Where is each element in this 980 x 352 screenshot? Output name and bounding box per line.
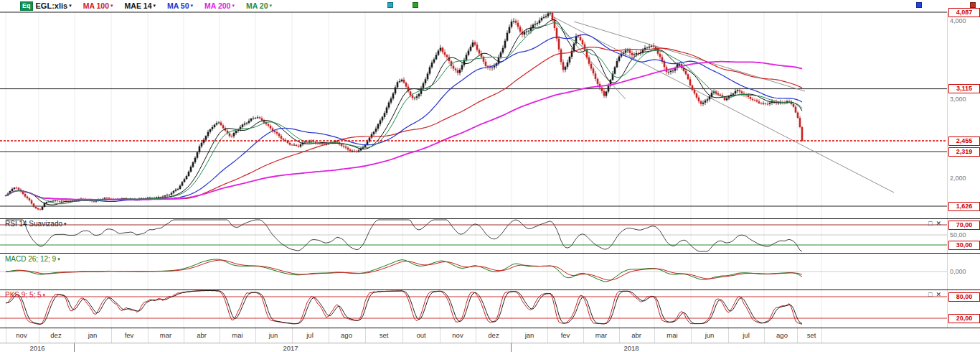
month-label: dez	[45, 331, 67, 339]
month-label: jul	[735, 331, 757, 339]
pks-indicator-menu[interactable]: PKS 9; 5; 5 ▾	[5, 291, 45, 299]
close-icon[interactable]: ✕	[936, 220, 941, 227]
chevron-down-icon: ▾	[110, 3, 113, 9]
symbol-label: EGL:xlis	[36, 1, 68, 10]
ma-label: MA 100	[83, 1, 109, 10]
toolbar-swatch-red[interactable]	[970, 2, 976, 8]
price-marker-label[interactable]: 2,455	[948, 136, 980, 146]
ma-label: MA 200	[204, 1, 230, 10]
toolbar-swatch-teal[interactable]	[387, 2, 393, 8]
macd-level-label: 0,000	[948, 267, 980, 277]
price-tick-label: 4,000	[948, 17, 980, 26]
year-label: 2018	[617, 344, 646, 352]
rsi-level-label: 70,00	[948, 221, 980, 230]
price-tick-label: 2,000	[948, 174, 980, 183]
month-tick	[255, 328, 256, 343]
maximize-icon[interactable]: □	[928, 291, 932, 298]
rsi-chart[interactable]	[0, 218, 980, 253]
maximize-icon[interactable]: □	[928, 220, 932, 227]
month-label: dez	[483, 331, 504, 339]
main-price-chart-panel[interactable]	[0, 11, 980, 218]
legend-ma-200[interactable]: MA 200▾	[204, 1, 235, 10]
pks-panel-controls: □ ✕	[928, 291, 941, 298]
ma-label: MA 50	[167, 1, 189, 10]
month-label: nov	[447, 331, 468, 339]
chart-toolbar: Eq EGL:xlis ▾ MA 100▾MAE 14▾MA 50▾MA 200…	[0, 0, 980, 11]
rsi-panel-controls: □ ✕	[928, 220, 941, 227]
month-label: set	[373, 331, 395, 339]
month-tick	[440, 328, 440, 343]
legend-ma-100[interactable]: MA 100▾	[83, 1, 113, 10]
month-label: out	[410, 331, 432, 339]
month-label: jan	[519, 331, 540, 339]
month-tick	[476, 328, 476, 343]
month-label: mar	[155, 331, 176, 339]
month-label: ago	[336, 331, 357, 339]
month-tick	[111, 328, 112, 343]
month-tick	[292, 328, 293, 343]
month-label: fev	[555, 331, 576, 339]
macd-chart[interactable]	[0, 253, 980, 290]
month-tick	[75, 328, 75, 343]
ma-label: MAE 14	[125, 1, 152, 10]
month-label: jun	[699, 331, 720, 339]
month-tick	[329, 328, 329, 343]
pks-level-label: 20,00	[948, 314, 980, 323]
panel-divider	[0, 290, 980, 290]
month-label: mai	[227, 331, 248, 339]
month-tick	[402, 328, 403, 343]
toolbar-swatch-blue[interactable]	[916, 2, 922, 8]
month-tick	[512, 328, 512, 343]
pks-chart[interactable]	[0, 290, 980, 328]
close-icon[interactable]: ✕	[936, 291, 941, 298]
equity-badge: Eq	[20, 1, 33, 11]
month-label: set	[801, 331, 822, 339]
axis-divider	[0, 328, 980, 328]
price-marker-label[interactable]: 2,319	[948, 147, 980, 157]
time-axis-months[interactable]: novdezjanfevmarabrmaijunjulagosetoutnovd…	[0, 328, 980, 343]
candlestick-chart[interactable]	[0, 11, 980, 218]
pks-title: PKS 9; 5; 5	[5, 291, 42, 299]
price-marker-label[interactable]: 3,115	[948, 84, 980, 93]
month-label: jan	[82, 331, 103, 339]
legend-mae-14[interactable]: MAE 14▾	[125, 1, 156, 10]
month-tick	[654, 328, 655, 343]
rsi-panel[interactable]	[0, 218, 980, 253]
price-marker-label[interactable]: 1,626	[948, 202, 980, 211]
month-label: abr	[626, 331, 647, 339]
chevron-down-icon: ▾	[57, 256, 60, 262]
month-label: mai	[661, 331, 683, 339]
month-tick	[728, 328, 729, 343]
macd-indicator-menu[interactable]: MACD 26; 12; 9 ▾	[5, 255, 60, 263]
chevron-down-icon: ▾	[43, 292, 46, 298]
rsi-indicator-menu[interactable]: RSI 14 Suavizado ▾	[5, 220, 67, 228]
macd-title: MACD 26; 12; 9	[5, 255, 56, 263]
legend-ma-50[interactable]: MA 50▾	[167, 1, 193, 10]
chevron-down-icon: ▾	[69, 3, 72, 9]
year-divider	[511, 343, 512, 352]
month-tick	[764, 328, 765, 343]
month-tick	[365, 328, 366, 343]
year-label: 2017	[276, 344, 305, 352]
macd-panel[interactable]	[0, 253, 980, 290]
month-label: mar	[590, 331, 612, 339]
symbol-selector[interactable]: EGL:xlis ▾	[36, 1, 72, 10]
pks-level-label: 80,00	[948, 292, 980, 302]
ma-legend: MA 100▾MAE 14▾MA 50▾MA 200▾MA 20▾	[83, 1, 272, 10]
rsi-level-label: 50,00	[948, 231, 980, 240]
month-tick	[547, 328, 548, 343]
month-label: jun	[263, 331, 284, 339]
ma-label: MA 20	[246, 1, 268, 10]
chevron-down-icon: ▾	[270, 3, 273, 9]
month-tick	[797, 328, 798, 343]
legend-ma-20[interactable]: MA 20▾	[246, 1, 272, 10]
time-axis-years: 201620172018	[0, 343, 980, 352]
toolbar-swatch-green[interactable]	[413, 2, 418, 8]
month-label: abr	[191, 331, 212, 339]
rsi-level-label: 30,00	[948, 241, 980, 250]
pks-panel[interactable]	[0, 290, 980, 328]
axis-divider	[0, 343, 980, 343]
chevron-down-icon: ▾	[154, 3, 156, 9]
month-tick	[148, 328, 149, 343]
rsi-title: RSI 14 Suavizado	[5, 220, 62, 228]
